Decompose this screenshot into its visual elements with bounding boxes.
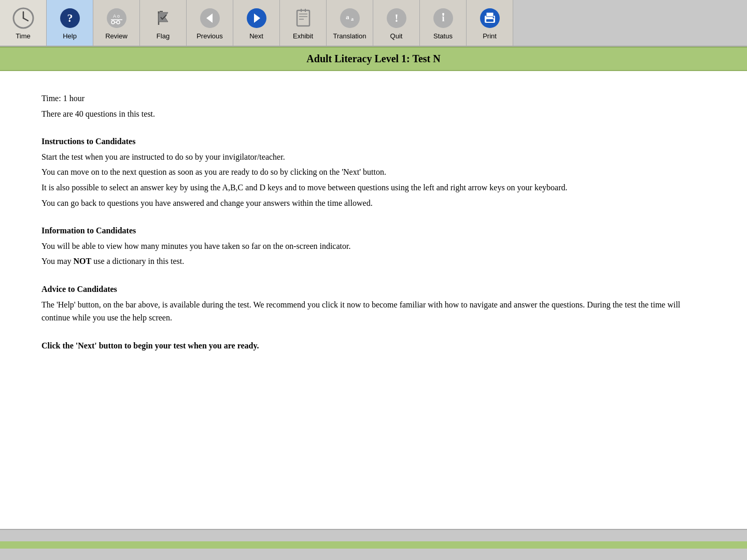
time-button[interactable]: Time <box>0 0 47 46</box>
flag-label: Flag <box>157 32 170 40</box>
previous-button[interactable]: Previous <box>187 0 233 46</box>
quit-button[interactable]: ! Quit <box>373 0 420 46</box>
review-icon: A o <box>105 6 129 30</box>
time-label: Time <box>16 32 30 40</box>
clock-icon <box>11 6 35 30</box>
time-info: Time: 1 hour <box>41 92 706 105</box>
translation-button[interactable]: a a Translation <box>327 0 373 46</box>
next-icon <box>245 6 269 30</box>
print-button[interactable]: Print <box>467 0 513 46</box>
footer <box>0 529 747 560</box>
footer-green-bar <box>0 541 747 549</box>
svg-text:o: o <box>117 13 120 19</box>
svg-point-31 <box>442 13 444 15</box>
svg-text:a: a <box>351 16 354 22</box>
closing-text: Click the 'Next' button to begin your te… <box>41 339 706 353</box>
questions-info: There are 40 questions in this test. <box>41 107 706 121</box>
advice-heading: Advice to Candidates <box>41 283 706 296</box>
information-1: You will be able to view how many minute… <box>41 240 706 253</box>
exhibit-icon <box>291 6 315 30</box>
print-icon <box>478 6 502 30</box>
information-heading: Information to Candidates <box>41 224 706 237</box>
quit-label: Quit <box>390 32 403 40</box>
information-2-bold: NOT <box>74 257 92 265</box>
next-button[interactable]: Next <box>233 0 280 46</box>
svg-rect-35 <box>486 12 494 17</box>
svg-line-2 <box>23 18 28 21</box>
instruction-4: You can go back to questions you have an… <box>41 197 706 210</box>
status-label: Status <box>433 32 453 40</box>
status-icon: i <box>431 6 455 30</box>
status-button[interactable]: i Status <box>420 0 467 46</box>
translation-icon: a a <box>338 6 362 30</box>
instruction-3: It is also possible to select an answer … <box>41 181 706 194</box>
information-2-post: use a dictionary in this test. <box>91 257 184 265</box>
svg-text:a: a <box>346 13 349 21</box>
review-button[interactable]: A o Review <box>93 0 140 46</box>
information-2: You may NOT use a dictionary in this tes… <box>41 255 706 268</box>
svg-text:!: ! <box>394 11 398 24</box>
svg-point-5 <box>107 8 126 28</box>
advice-1: The 'Help' button, on the bar above, is … <box>41 298 706 325</box>
quit-icon: ! <box>385 6 408 30</box>
next-label: Next <box>249 32 263 40</box>
flag-icon <box>151 6 175 30</box>
main-content: Time: 1 hour There are 40 questions in t… <box>0 71 747 529</box>
instruction-1: Start the test when you are instructed t… <box>41 150 706 164</box>
page-title: Adult Literacy Level 1: Test N <box>0 47 747 71</box>
svg-rect-34 <box>486 19 494 22</box>
svg-text:A: A <box>113 13 116 19</box>
information-2-pre: You may <box>41 257 74 265</box>
flag-button[interactable]: Flag <box>140 0 187 46</box>
previous-label: Previous <box>196 32 223 40</box>
toolbar: Time ? Help A o Review <box>0 0 747 47</box>
svg-point-37 <box>492 17 494 18</box>
exhibit-button[interactable]: Exhibit <box>280 0 327 46</box>
help-button[interactable]: ? Help <box>47 0 93 46</box>
instructions-heading: Instructions to Candidates <box>41 135 706 148</box>
exhibit-label: Exhibit <box>293 32 313 40</box>
svg-rect-18 <box>297 10 309 26</box>
help-icon: ? <box>58 6 82 30</box>
previous-icon <box>198 6 222 30</box>
svg-point-24 <box>340 8 360 28</box>
review-label: Review <box>105 32 128 40</box>
translation-label: Translation <box>333 32 367 40</box>
svg-text:?: ? <box>67 11 73 24</box>
help-label: Help <box>63 32 77 40</box>
print-label: Print <box>483 32 497 40</box>
instruction-2: You can move on to the next question as … <box>41 165 706 179</box>
